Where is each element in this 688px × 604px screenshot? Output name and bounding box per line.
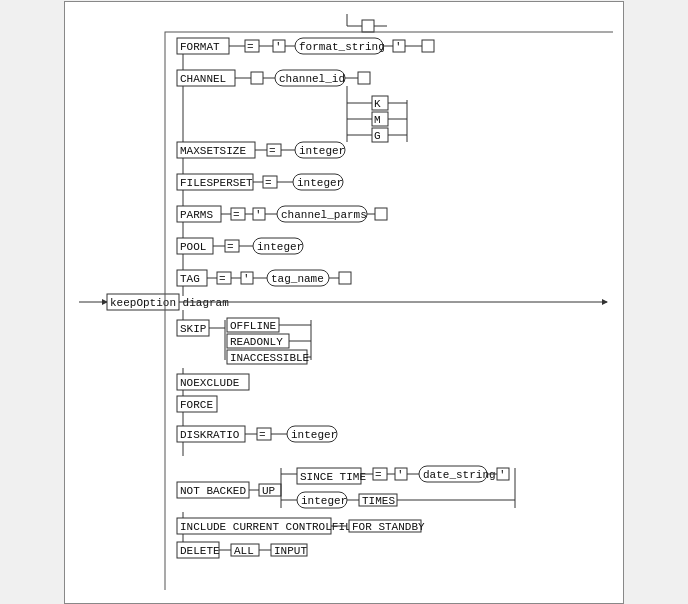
filesperset-int: integer (297, 177, 343, 189)
tag-q1: ' (243, 273, 250, 285)
pool-int: integer (257, 241, 303, 253)
m-option: M (374, 114, 381, 126)
parms-label: PARMS (180, 209, 213, 221)
force-label: FORCE (180, 399, 213, 411)
keepoption-label: keepOption diagram (110, 297, 229, 309)
svg-rect-2 (362, 20, 374, 32)
input-label: INPUT (274, 545, 307, 557)
diagram-container: text { font-family: 'Courier New', monos… (64, 1, 624, 604)
since-eq: = (375, 469, 382, 481)
svg-rect-18 (251, 72, 263, 84)
pool-label: POOL (180, 241, 206, 253)
format-eq: = (247, 41, 254, 53)
readonly-option: READONLY (230, 336, 283, 348)
channel-id: channel_id (279, 73, 345, 85)
railroad-diagram: text { font-family: 'Courier New', monos… (77, 12, 613, 590)
svg-rect-57 (375, 208, 387, 220)
svg-rect-14 (422, 40, 434, 52)
channel-label: CHANNEL (180, 73, 226, 85)
tag-eq: = (219, 273, 226, 285)
filesperset-label: FILESPERSET (180, 177, 253, 189)
tag-name: tag_name (271, 273, 324, 285)
filesperset-eq: = (265, 177, 272, 189)
parms-eq: = (233, 209, 240, 221)
all-label: ALL (234, 545, 254, 557)
since-time-label: SINCE TIME (300, 471, 366, 483)
include-label: INCLUDE CURRENT CONTROLFILE (180, 521, 359, 533)
parms-q1: ' (255, 209, 262, 221)
up-label: UP (262, 485, 276, 497)
times-int: integer (301, 495, 347, 507)
maxsetsize-label: MAXSETSIZE (180, 145, 246, 157)
tag-label: TAG (180, 273, 200, 285)
for-standby-label: FOR STANDBY (352, 521, 425, 533)
offline-option: OFFLINE (230, 320, 277, 332)
since-q2: ' (499, 469, 506, 481)
maxsetsize-eq: = (269, 145, 276, 157)
parms-value: channel_parms (281, 209, 367, 221)
format-label: FORMAT (180, 41, 220, 53)
delete-label: DELETE (180, 545, 220, 557)
not-backed-label: NOT BACKED (180, 485, 246, 497)
pool-eq: = (227, 241, 234, 253)
diskratio-label: DISKRATIO (180, 429, 240, 441)
inaccessible-option: INACCESSIBLE (230, 352, 310, 364)
format-q1: ' (275, 41, 282, 53)
maxsetsize-int: integer (299, 145, 345, 157)
date-string: date_string (423, 469, 496, 481)
skip-label: SKIP (180, 323, 207, 335)
k-option: K (374, 98, 381, 110)
g-option: G (374, 130, 381, 142)
diskratio-eq: = (259, 429, 266, 441)
since-q1: ' (397, 469, 404, 481)
format-q2: ' (395, 41, 402, 53)
times-label: TIMES (362, 495, 395, 507)
svg-rect-22 (358, 72, 370, 84)
svg-rect-73 (339, 272, 351, 284)
diskratio-int: integer (291, 429, 337, 441)
noexclude-label: NOEXCLUDE (180, 377, 240, 389)
format-string: format_string (299, 41, 385, 53)
